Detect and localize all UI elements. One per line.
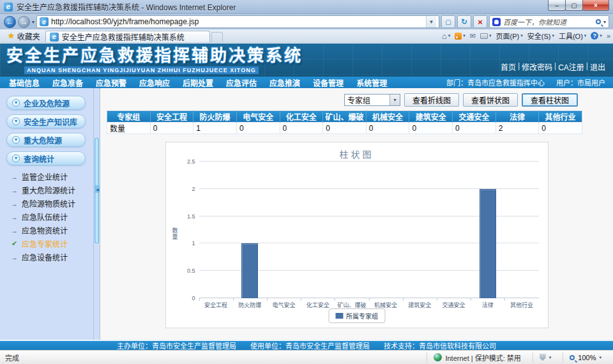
sidebar-group-button[interactable]: ▾查询统计 (6, 151, 86, 165)
back-button[interactable]: ← (4, 16, 16, 28)
nav-item[interactable]: 应急推演 (263, 77, 306, 88)
search-icon[interactable] (596, 19, 601, 24)
minimize-button[interactable]: – (548, 0, 566, 11)
close-button[interactable]: × (582, 0, 609, 11)
main-nav-bar: 基础信息应急准备应急预警应急响应后期处置应急评估应急推演设备管理系统管理 部门：… (0, 77, 613, 88)
print-button[interactable]: ▾ (480, 33, 492, 39)
chevron-down-icon: ▾ (552, 33, 554, 38)
sidebar-group-label: 查询统计 (24, 153, 54, 164)
header-link[interactable]: 修改密码 (522, 61, 552, 72)
web-page: 安全生产应急救援指挥辅助决策系统 ANQUAN SHENGCHAN YINGJI… (0, 43, 613, 350)
zone-text: Internet | 保护模式: 禁用 (445, 353, 520, 363)
header-link[interactable]: CA注册 (558, 61, 584, 72)
sidebar-item-label: 应急专家统计 (22, 238, 68, 249)
table-header-cell: 其他行业 (539, 111, 582, 123)
protected-mode-button[interactable]: ▾ (533, 353, 558, 363)
url-dropdown-button[interactable]: ▼ (426, 16, 436, 27)
sidebar-item-label: 应急物资统计 (22, 225, 68, 236)
refresh-button[interactable]: ↻ (457, 15, 471, 28)
y-axis-tick-label: 1 (176, 240, 195, 246)
browser-window: e 安全生产应急救援指挥辅助决策系统 - Windows Internet Ex… (0, 0, 613, 364)
nav-item[interactable]: 基础信息 (3, 77, 46, 88)
header-link[interactable]: 首页 (501, 61, 516, 72)
compatibility-view-button[interactable]: ▢ (441, 15, 455, 28)
home-icon: ⌂ (442, 31, 447, 41)
select-dropdown-icon[interactable]: ▼ (390, 95, 400, 105)
chart-legend[interactable]: 所属专家组 (328, 308, 385, 323)
view-pie-chart-button[interactable]: 查看饼状图 (463, 93, 518, 107)
sidebar-group-button[interactable]: ▾企业及危险源 (6, 96, 86, 110)
overflow-chevron-icon[interactable]: » (607, 32, 610, 40)
expert-group-select[interactable]: 专家组 ▼ (344, 94, 400, 106)
chevron-down-icon: ▾ (549, 355, 552, 360)
nav-menu: 基础信息应急准备应急预警应急响应后期处置应急评估应急推演设备管理系统管理 (3, 77, 393, 88)
maximize-button[interactable]: ▢ (565, 0, 583, 11)
search-options-chevron-icon[interactable]: ▾ (603, 19, 606, 25)
sidebar-splitter[interactable]: ◀ (93, 88, 100, 340)
nav-item[interactable]: 应急准备 (46, 77, 89, 88)
nav-item[interactable]: 应急预警 (89, 77, 133, 88)
sidebar-item[interactable]: →应急设备统计 (5, 250, 93, 264)
table-header-cell: 安全工程 (150, 111, 193, 123)
table-header-cell: 防火防爆 (193, 111, 237, 123)
table-row: 数量0100000020 (107, 123, 582, 134)
check-icon: ✔ (10, 239, 19, 248)
read-mail-button[interactable]: ✉ (470, 32, 476, 40)
table-value-cell: 0 (409, 123, 453, 134)
command-menu-o[interactable]: 工具(O)▾ (559, 31, 586, 41)
arrow-icon: → (10, 186, 19, 194)
sidebar-item[interactable]: →危险源物质统计 (5, 197, 93, 210)
sidebar-item-label: 应急设备统计 (22, 252, 68, 262)
nav-item[interactable]: 设备管理 (306, 77, 350, 88)
y-axis-tick-label: 2.5 (176, 158, 195, 165)
sidebar-group-button[interactable]: ▾重大危险源 (6, 133, 86, 147)
stop-button[interactable]: × (473, 15, 487, 28)
help-button[interactable]: ? ▾ (591, 32, 602, 40)
collapse-sidebar-handle[interactable]: ◀ (95, 185, 100, 193)
view-bar-chart-button[interactable]: 查看柱状图 (522, 93, 578, 107)
sidebar-item[interactable]: ✔应急专家统计 (5, 237, 93, 250)
new-tab-button[interactable] (211, 32, 223, 42)
feeds-button[interactable]: ▾ (455, 33, 465, 40)
command-menu-s[interactable]: 安全(S)▾ (527, 31, 554, 41)
ie-logo-icon: e (4, 3, 13, 11)
command-menu-label: 安全(S) (527, 31, 551, 41)
sidebar-group-button[interactable]: ▾安全生产知识库 (6, 114, 86, 128)
y-axis-tick-label: 0 (176, 295, 195, 301)
table-value-cell: 0 (366, 123, 409, 134)
view-line-chart-button[interactable]: 查看折线图 (404, 93, 459, 107)
table-header-cell: 电气安全 (236, 111, 280, 123)
nav-item[interactable]: 系统管理 (350, 77, 393, 88)
select-value: 专家组 (345, 95, 390, 105)
chart-columns: 安全工程防火防爆电气安全化工安全矿山、爆破机械安全建筑安全交通安全法律其他行业 (199, 162, 539, 298)
search-box[interactable]: 百度一下，你就知道 ▾ (489, 15, 609, 28)
security-zone: Internet | 保护模式: 禁用 (427, 353, 527, 363)
history-chevron-icon[interactable]: ▾ (32, 19, 34, 25)
sidebar-item[interactable]: →应急队伍统计 (5, 210, 93, 224)
search-input[interactable]: 百度一下，你就知道 (503, 17, 593, 27)
nav-item[interactable]: 应急评估 (220, 77, 263, 88)
sidebar-item[interactable]: →重大危险源统计 (5, 183, 93, 197)
command-menu-p[interactable]: 页面(P)▾ (496, 31, 523, 41)
forward-button[interactable]: → (18, 16, 30, 28)
nav-item[interactable]: 后期处置 (176, 77, 220, 88)
nav-item[interactable]: 应急响应 (133, 77, 176, 88)
zoom-control[interactable]: 100% ▾ (563, 353, 608, 363)
header-link[interactable]: 退出 (590, 61, 605, 72)
browser-tab[interactable]: e 安全生产应急救援指挥辅助决策系统 (45, 31, 210, 42)
statistics-table: 专家组安全工程防火防爆电气安全化工安全矿山、爆破机械安全建筑安全交通安全法律其他… (107, 110, 582, 134)
row-label-cell: 数量 (107, 123, 151, 134)
sidebar-item[interactable]: →应急物资统计 (5, 224, 93, 237)
favorites-button[interactable]: ★ 收藏夹 (3, 29, 45, 42)
separator: | (554, 61, 556, 72)
chevron-circle-icon: ▾ (12, 155, 20, 162)
home-button[interactable]: ⌂ ▾ (442, 31, 450, 41)
footer-text: 主办单位：青岛市安全生产监督管理局 使用单位：青岛市安全生产监督管理局 技术支持… (117, 340, 496, 351)
command-menu-items: 页面(P)▾安全(S)▾工具(O)▾ (496, 31, 587, 41)
chevron-down-icon: ▾ (600, 33, 602, 38)
sidebar-item[interactable]: →监管企业统计 (5, 170, 93, 183)
url-text[interactable]: http://localhost:90/yjzh/frame/homepage.… (51, 17, 199, 26)
url-field[interactable]: e http://localhost:90/yjzh/frame/homepag… (36, 15, 439, 28)
table-value-cell: 0 (539, 123, 582, 134)
chart-column: 化工安全 (301, 162, 335, 298)
